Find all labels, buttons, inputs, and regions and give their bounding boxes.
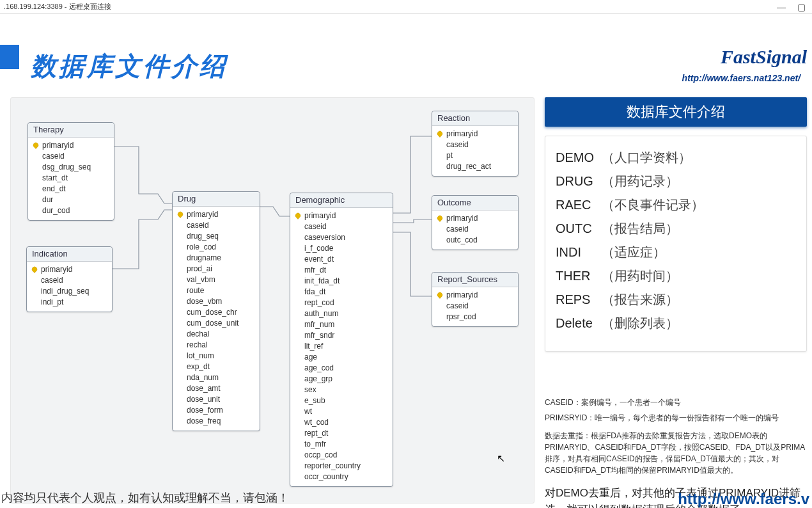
field-lot_num: lot_num xyxy=(187,351,256,361)
field-outc_cod: outc_cod xyxy=(446,235,514,246)
field-i_f_code: i_f_code xyxy=(304,243,389,254)
field-rpsr_cod: rpsr_cod xyxy=(446,312,514,322)
field-route: route xyxy=(187,285,256,296)
file-key: INDI xyxy=(556,245,602,260)
field-caseid: caseid xyxy=(41,275,108,286)
table-fields: primaryidcaseidcaseversioni_f_codeevent_… xyxy=(290,208,393,486)
field-auth_num: auth_num xyxy=(304,308,389,319)
file-desc: （报告来源） xyxy=(602,292,678,306)
field-rechal: rechal xyxy=(187,340,256,351)
window-title: .168.199.124:3389 - 远程桌面连接 xyxy=(4,2,111,12)
file-key: Delete xyxy=(556,316,602,331)
table-fields: primaryidcaseiddrug_seqrole_coddrugnamep… xyxy=(173,207,260,431)
window-controls: — ▢ xyxy=(777,2,808,12)
field-dose_freq: dose_freq xyxy=(187,416,256,427)
table-header: Outcome xyxy=(432,196,518,210)
file-desc: （用药时间） xyxy=(602,269,678,283)
field-primaryid: primaryid xyxy=(187,209,256,220)
field-caseid: caseid xyxy=(446,224,514,235)
page-title: 数据库文件介绍 xyxy=(31,49,228,84)
brand-url[interactable]: http://www.faers.nat123.net/ xyxy=(682,73,800,83)
right-panel-title: 数据库文件介绍 xyxy=(545,97,807,127)
field-wt_cod: wt_cod xyxy=(304,417,389,428)
field-event_dt: event_dt xyxy=(304,254,389,265)
file-desc: （用药记录） xyxy=(602,174,678,188)
table-fields: primaryidcaseidoutc_cod xyxy=(432,210,518,250)
field-drugname: drugname xyxy=(187,253,256,264)
table-fields: primaryidcaseidptdrug_rec_act xyxy=(432,126,518,176)
table-outcome: Outcome primaryidcaseidoutc_cod xyxy=(432,195,519,250)
minimize-button[interactable]: — xyxy=(777,2,786,12)
file-key: DEMO xyxy=(556,150,602,165)
field-age: age xyxy=(304,352,389,363)
field-primaryid: primaryid xyxy=(446,129,514,139)
field-mfr_dt: mfr_dt xyxy=(304,265,389,276)
field-fda_dt: fda_dt xyxy=(304,287,389,298)
file-key: OUTC xyxy=(556,221,602,236)
table-drug: Drug primaryidcaseiddrug_seqrole_coddrug… xyxy=(172,191,260,431)
field-dsg_drug_seq: dsg_drug_seq xyxy=(42,162,110,173)
table-fields: primaryidcaseidindi_drug_seqindi_pt xyxy=(27,262,112,312)
brand-logo-text: FastSignal xyxy=(721,46,807,68)
field-primaryid: primaryid xyxy=(446,290,514,301)
er-diagram: Therapy primaryidcaseiddsg_drug_seqstart… xyxy=(10,97,535,504)
field-dose_form: dose_form xyxy=(187,405,256,416)
field-e_sub: e_sub xyxy=(304,395,389,406)
file-desc: （报告结局） xyxy=(602,221,678,235)
table-reaction: Reaction primaryidcaseidptdrug_rec_act xyxy=(432,111,519,177)
file-desc: （不良事件记录） xyxy=(602,198,704,212)
field-cum_dose_chr: cum_dose_chr xyxy=(187,307,256,318)
file-item-ther: THER（用药时间） xyxy=(556,267,796,285)
field-primaryid: primaryid xyxy=(304,210,389,221)
file-desc: （适应症） xyxy=(602,245,666,259)
mouse-cursor-icon: ↖ xyxy=(497,452,505,464)
field-init_fda_dt: init_fda_dt xyxy=(304,276,389,287)
file-item-demo: DEMO（人口学资料） xyxy=(556,149,796,166)
maximize-button[interactable]: ▢ xyxy=(797,2,806,12)
field-indi_pt: indi_pt xyxy=(41,297,108,308)
field-wt: wt xyxy=(304,406,389,417)
field-drug_seq: drug_seq xyxy=(187,231,256,242)
field-mfr_num: mfr_num xyxy=(304,319,389,330)
note-line: 数据去重指：根据FDA推荐的去除重复报告方法，选取DEMO表的PRIMARYID… xyxy=(545,430,807,476)
field-role_cod: role_cod xyxy=(187,242,256,253)
field-sex: sex xyxy=(304,385,389,395)
field-end_dt: end_dt xyxy=(42,184,110,194)
file-key: DRUG xyxy=(556,174,602,189)
field-exp_dt: exp_dt xyxy=(187,361,256,372)
table-fields: primaryidcaseidrpsr_cod xyxy=(432,287,518,326)
field-dechal: dechal xyxy=(187,329,256,340)
field-start_dt: start_dt xyxy=(42,173,110,184)
field-nda_num: nda_num xyxy=(187,372,256,383)
field-primaryid: primaryid xyxy=(42,140,110,151)
file-item-raec: RAEC（不良事件记录） xyxy=(556,196,796,214)
table-demographic: Demographic primaryidcaseidcaseversioni_… xyxy=(290,193,393,487)
field-cum_dose_unit: cum_dose_unit xyxy=(187,318,256,329)
field-dose_amt: dose_amt xyxy=(187,383,256,394)
field-caseversion: caseversion xyxy=(304,232,389,243)
table-header: Drug xyxy=(173,192,260,207)
file-item-outc: OUTC（报告结局） xyxy=(556,220,796,237)
table-report-sources: Report_Sources primaryidcaseidrpsr_cod xyxy=(432,272,519,327)
file-desc: （人口学资料） xyxy=(602,150,691,164)
field-dose_unit: dose_unit xyxy=(187,394,256,405)
note-line: PRIMSRYID：唯一编号，每个患者的每一份报告都有一个唯一的编号 xyxy=(545,412,807,424)
field-mfr_sndr: mfr_sndr xyxy=(304,330,389,341)
field-caseid: caseid xyxy=(304,221,389,232)
field-occp_cod: occp_cod xyxy=(304,450,389,461)
window-titlebar: .168.199.124:3389 - 远程桌面连接 — ▢ xyxy=(0,0,812,14)
slide-content: 数据库文件介绍 FastSignal http://www.faers.nat1… xyxy=(0,14,812,508)
table-header: Demographic xyxy=(290,193,393,208)
footer-url[interactable]: http://www.faers.v xyxy=(678,490,809,508)
field-lit_ref: lit_ref xyxy=(304,341,389,352)
table-header: Therapy xyxy=(28,123,114,138)
title-accent-block xyxy=(0,45,19,69)
field-pt: pt xyxy=(446,150,514,161)
table-header: Indication xyxy=(27,247,112,262)
file-key: THER xyxy=(556,269,602,283)
file-item-delete: Delete（删除列表） xyxy=(556,315,796,332)
table-therapy: Therapy primaryidcaseiddsg_drug_seqstart… xyxy=(27,122,114,221)
field-dose_vbm: dose_vbm xyxy=(187,296,256,307)
file-item-reps: REPS（报告来源） xyxy=(556,291,796,308)
field-caseid: caseid xyxy=(42,151,110,162)
